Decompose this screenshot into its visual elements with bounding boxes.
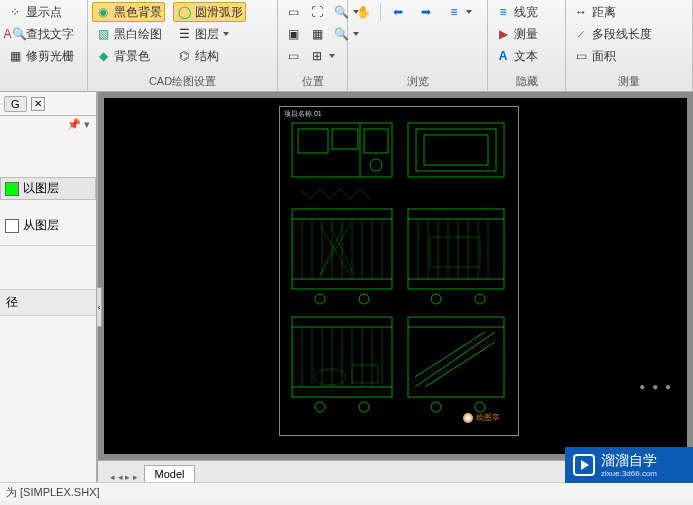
color-swatch-icon	[5, 182, 19, 196]
trim-grid-button[interactable]: ▦修剪光栅	[4, 46, 83, 66]
label: 查找文字	[26, 26, 74, 43]
label: 测量	[514, 26, 538, 43]
label: 圆滑弧形	[195, 4, 243, 21]
pos-tool-4[interactable]: ▣	[282, 24, 304, 44]
canvas-area: 项目名称 01	[98, 92, 693, 482]
area-button[interactable]: ▭面积	[570, 46, 688, 66]
label: 面积	[592, 48, 616, 65]
pos-tool-7[interactable]: ▭	[282, 46, 304, 66]
polyline-length-button[interactable]: ⟋多段线长度	[570, 24, 688, 44]
search-text-icon: A🔍	[7, 26, 23, 42]
ribbon-group-browse: ✋ ⬅ ➡ ≡ 浏览	[348, 0, 488, 91]
svg-rect-4	[364, 129, 388, 153]
label: 黑白绘图	[114, 26, 162, 43]
measure-button[interactable]: ▶测量	[492, 24, 561, 44]
distance-icon: ↔	[573, 4, 589, 20]
panel-pin-button[interactable]: 📌 ▾	[0, 116, 96, 133]
status-bar: 为 [SIMPLEX.SHX]	[0, 482, 693, 501]
svg-rect-50	[352, 365, 378, 383]
arrow-right-icon: ➡	[418, 4, 434, 20]
circle-icon: ◉	[95, 4, 111, 20]
panel-collapse-handle[interactable]: ‹	[96, 287, 102, 327]
text-icon: A	[495, 48, 511, 64]
panel-section-header[interactable]: 径	[0, 289, 96, 316]
svg-rect-51	[408, 317, 504, 397]
drawing-canvas[interactable]: 项目名称 01	[104, 98, 687, 454]
ribbon-group-measure: ↔距离 ⟋多段线长度 ▭面积 测量	[566, 0, 693, 91]
panel-tabbar: G ✕	[0, 92, 96, 116]
svg-point-56	[475, 402, 485, 412]
pos-tool-5[interactable]: ▦	[306, 24, 328, 44]
svg-point-49	[314, 369, 346, 385]
sheet-title: 项目名称 01	[284, 109, 322, 119]
smooth-arc-button[interactable]: ◯圆滑弧形	[173, 2, 246, 22]
ruler-icon: ▶	[495, 26, 511, 42]
layer-label: 从图层	[23, 217, 59, 234]
bg-color-button[interactable]: ◆背景色	[92, 46, 165, 66]
label: 线宽	[514, 4, 538, 21]
pan-hand-button[interactable]: ✋	[352, 2, 374, 22]
status-text: 为 [SIMPLEX.SHX]	[6, 486, 100, 498]
panel-tab[interactable]: G	[4, 96, 27, 112]
black-bg-button[interactable]: ◉黑色背景	[92, 2, 165, 22]
watermark-url: zixue.3d66.com	[601, 470, 657, 478]
bw-draw-button[interactable]: ▧黑白绘图	[92, 24, 165, 44]
tab-nav-arrows[interactable]: ◂ ◂ ▸ ▸	[110, 472, 138, 482]
bw-icon: ▧	[95, 26, 111, 42]
list-icon: ≡	[446, 4, 462, 20]
find-text-button[interactable]: A🔍查找文字	[4, 24, 83, 44]
label: 距离	[592, 4, 616, 21]
hand-icon: ✋	[355, 4, 371, 20]
extents-icon: ▦	[309, 26, 325, 42]
svg-point-33	[315, 294, 325, 304]
pan-icon: ▭	[285, 48, 301, 64]
drawing-sheet: 项目名称 01	[279, 106, 519, 436]
nav-fwd-button[interactable]: ➡	[415, 2, 437, 22]
svg-point-54	[359, 402, 369, 412]
nav-back-button[interactable]: ⬅	[387, 2, 409, 22]
grid-icon: ▦	[7, 48, 23, 64]
ribbon-group-hide: ≡线宽 ▶测量 A文本 隐藏	[488, 0, 566, 91]
structure-button[interactable]: ⌬结构	[173, 46, 246, 66]
side-panel: G ✕ 📌 ▾ 以图层 从图层 径 ‹	[0, 92, 98, 482]
layer-row[interactable]: 以图层	[0, 177, 96, 200]
svg-rect-8	[424, 135, 488, 165]
panel-close-button[interactable]: ✕	[31, 97, 45, 111]
select-icon: ▭	[285, 4, 301, 20]
color-swatch-icon	[5, 219, 19, 233]
lineweight-icon: ≡	[495, 4, 511, 20]
tab-model[interactable]: Model	[144, 465, 196, 482]
nav-icon: ⊞	[309, 48, 325, 64]
pos-tool-8[interactable]: ⊞	[306, 46, 338, 66]
group-label: CAD绘图设置	[92, 72, 273, 90]
watermark-brand: 溜溜自学	[601, 452, 657, 470]
nav-menu-button[interactable]: ≡	[443, 2, 475, 22]
text-button[interactable]: A文本	[492, 46, 561, 66]
zoom-out-icon: 🔍	[333, 26, 349, 42]
pos-tool-1[interactable]: ▭	[282, 2, 304, 22]
ribbon-toolbar: ⁘显示点 A🔍查找文字 ▦修剪光栅 ◉黑色背景 ▧黑白绘图 ◆背景色 ◯圆滑弧形…	[0, 0, 693, 92]
watermark-badge: 溜溜自学 zixue.3d66.com	[565, 447, 693, 483]
arrow-left-icon: ⬅	[390, 4, 406, 20]
label: 修剪光栅	[26, 48, 74, 65]
show-points-button[interactable]: ⁘显示点	[4, 2, 83, 22]
pos-tool-2[interactable]: ⛶	[306, 2, 328, 22]
layers-button[interactable]: ☰图层	[173, 24, 246, 44]
svg-point-36	[475, 294, 485, 304]
distance-button[interactable]: ↔距离	[570, 2, 688, 22]
label: 背景色	[114, 48, 150, 65]
svg-rect-0	[292, 123, 392, 177]
label: 结构	[195, 48, 219, 65]
svg-rect-2	[332, 129, 358, 149]
ribbon-group-view: ⁘显示点 A🔍查找文字 ▦修剪光栅	[0, 0, 88, 91]
chevron-down-icon	[466, 10, 472, 14]
fit-icon: ⛶	[309, 4, 325, 20]
arc-icon: ◯	[176, 4, 192, 20]
line-width-button[interactable]: ≡线宽	[492, 2, 561, 22]
layer-row[interactable]: 从图层	[0, 214, 96, 237]
svg-rect-32	[430, 237, 480, 267]
group-label: 隐藏	[492, 72, 561, 90]
window-icon: ▣	[285, 26, 301, 42]
sheet-logo-icon: 绘图章	[463, 412, 500, 423]
ribbon-group-cad-settings: ◉黑色背景 ▧黑白绘图 ◆背景色 ◯圆滑弧形 ☰图层 ⌬结构 CAD绘图设置	[88, 0, 278, 91]
